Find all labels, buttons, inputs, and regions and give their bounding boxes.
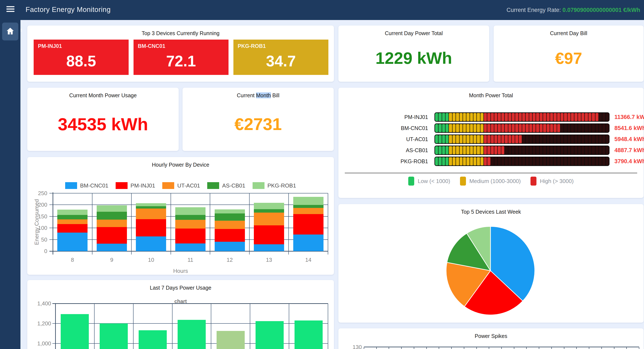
bar-segment: [484, 124, 487, 132]
segmented-bar[interactable]: [434, 157, 610, 166]
segmented-bar[interactable]: [434, 146, 610, 155]
bar-segment: [494, 113, 497, 121]
device-tile-pm-inj01[interactable]: PM-INJ01 88.5: [34, 39, 129, 75]
bar-segment: [466, 113, 469, 121]
device-tile-bm-cnc01[interactable]: BM-CNC01 72.1: [134, 39, 228, 75]
stacked-bar-segment[interactable]: [293, 235, 324, 251]
x-tick-label: 11: [171, 257, 210, 263]
stacked-bar-segment[interactable]: [293, 214, 324, 235]
bar-segment: [466, 157, 469, 165]
stacked-bar-segment[interactable]: [254, 203, 284, 209]
stacked-bar-segment[interactable]: [175, 229, 206, 243]
tick-mark: [464, 347, 464, 349]
stacked-bar-segment[interactable]: [97, 212, 127, 220]
bar-segment: [435, 157, 438, 165]
bar-segment: [474, 113, 476, 121]
stacked-bar-segment[interactable]: [215, 242, 245, 251]
bar-segment: [487, 113, 490, 121]
x-tick-label: 10: [132, 257, 171, 263]
stacked-bar-segment[interactable]: [97, 220, 127, 227]
stacked-bar-segment[interactable]: [254, 244, 284, 251]
stacked-bar-segment[interactable]: [136, 203, 166, 206]
stacked-bar-segment[interactable]: [136, 236, 166, 251]
bar-segment: [578, 124, 581, 132]
bar-segment: [463, 157, 466, 165]
stacked-bar-segment[interactable]: [254, 213, 284, 225]
device-reading: 34.7: [234, 47, 328, 75]
device-tile-pkg-rob1[interactable]: PKG-ROB1 34.7: [234, 39, 328, 75]
bar-segment: [442, 146, 445, 154]
bar-segment: [484, 157, 487, 165]
bar-segment: [470, 124, 473, 132]
bar-segment: [449, 113, 452, 121]
stacked-bar-segment[interactable]: [97, 244, 127, 251]
bar-segment: [474, 135, 476, 143]
stacked-bar-segment[interactable]: [254, 209, 284, 213]
month-bar-row: AS-CB014887.7 kWh: [338, 146, 644, 155]
bar-segment: [557, 113, 560, 121]
stacked-bar-segment[interactable]: [293, 197, 324, 205]
bar[interactable]: [100, 324, 128, 349]
bar[interactable]: [178, 320, 206, 349]
stacked-bar-segment[interactable]: [215, 209, 245, 213]
stacked-bar-segment[interactable]: [97, 205, 127, 212]
month-power-legend: Low (< 1000)Medium (1000-3000)High (> 30…: [338, 177, 644, 186]
bar-segment: [470, 146, 473, 154]
bar[interactable]: [61, 314, 89, 349]
power-spikes-chart: 130: [338, 328, 644, 349]
stacked-bar-segment[interactable]: [175, 220, 206, 229]
segmented-bar[interactable]: [434, 134, 610, 144]
segmented-bar[interactable]: [434, 123, 610, 133]
bar-segment: [585, 157, 588, 165]
bar-segment: [578, 135, 581, 143]
bar-segment: [508, 146, 511, 154]
gridline-horizontal: [50, 205, 328, 205]
tick-mark: [551, 347, 552, 349]
stacked-bar-segment[interactable]: [97, 227, 127, 244]
stacked-bar-segment[interactable]: [175, 243, 206, 251]
x-tick-label: 13: [250, 257, 289, 263]
stacked-bar-segment[interactable]: [136, 206, 166, 209]
stacked-bar-segment[interactable]: [215, 221, 245, 229]
stacked-bar-segment[interactable]: [254, 225, 284, 244]
bar-segment: [449, 157, 452, 165]
tick-mark: [401, 347, 402, 349]
bar-segment: [606, 124, 609, 132]
bar-segment: [578, 157, 581, 165]
bar-segment: [474, 157, 476, 165]
stacked-bar-segment[interactable]: [136, 219, 166, 237]
stacked-bar-segment[interactable]: [293, 208, 324, 214]
stacked-bar-segment[interactable]: [215, 213, 245, 221]
hamburger-menu-icon[interactable]: [6, 6, 15, 14]
sidebar-home-button[interactable]: [2, 22, 18, 40]
bar-segment: [560, 124, 564, 132]
bar-segment: [585, 124, 588, 132]
stacked-bar-segment[interactable]: [57, 224, 88, 233]
stacked-bar-segment[interactable]: [293, 205, 324, 208]
bar[interactable]: [216, 331, 245, 349]
bar-segment: [547, 157, 550, 165]
gridline-vertical: [328, 193, 328, 255]
bar[interactable]: [256, 321, 284, 349]
bar-segment: [449, 146, 452, 154]
stacked-bar-segment[interactable]: [136, 209, 166, 219]
bar-segment: [456, 113, 459, 121]
stacked-bar-segment[interactable]: [57, 210, 88, 215]
bar[interactable]: [294, 321, 323, 349]
stacked-bar-segment[interactable]: [215, 229, 245, 242]
stacked-bar-segment[interactable]: [57, 233, 88, 251]
bar-segment: [585, 113, 588, 121]
stacked-bar-segment[interactable]: [57, 215, 88, 219]
card-power-spikes: Power Spikes 130: [338, 328, 644, 349]
stacked-bar-segment[interactable]: [57, 219, 88, 224]
bar-segment: [606, 113, 609, 121]
tick-mark: [539, 347, 539, 349]
bar-segment: [547, 135, 550, 143]
bar-segment: [564, 124, 567, 132]
device-label: UT-AC01: [370, 136, 428, 142]
stacked-bar-segment[interactable]: [175, 207, 206, 215]
bar[interactable]: [139, 330, 167, 349]
bar-segment: [554, 146, 556, 154]
segmented-bar[interactable]: [434, 112, 610, 122]
stacked-bar-segment[interactable]: [175, 215, 206, 220]
